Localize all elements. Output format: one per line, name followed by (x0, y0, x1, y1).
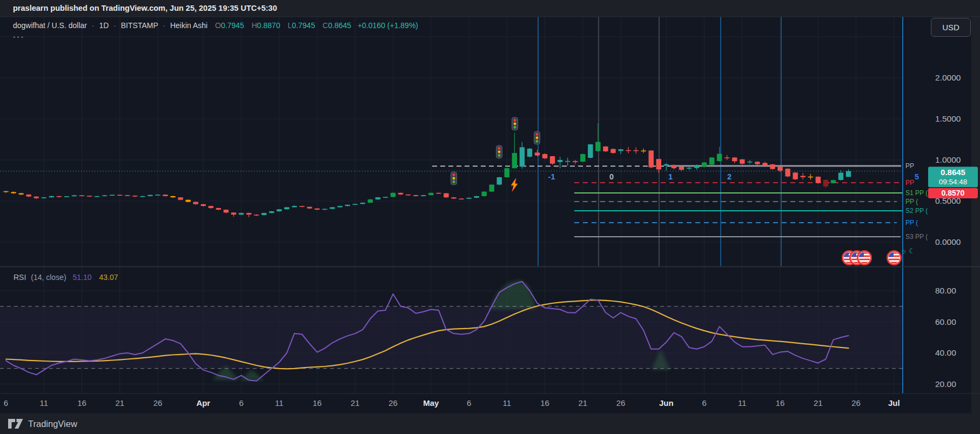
candle-body (117, 195, 122, 196)
tradingview-logo-icon (8, 417, 24, 430)
candle-body (398, 193, 403, 195)
candle-body (231, 212, 236, 215)
candle-body (801, 176, 806, 177)
candle-body (421, 195, 426, 196)
candle-body (793, 172, 798, 179)
candle-body (345, 205, 350, 206)
open-value: 0.7945 (221, 21, 244, 30)
candle-body (505, 168, 509, 177)
candle-body (42, 197, 46, 198)
candle-body (360, 203, 365, 204)
candle-body (527, 149, 532, 157)
us-flag-icon[interactable] (888, 251, 901, 265)
candle-body (436, 193, 441, 194)
traffic-light-icon[interactable] (451, 172, 457, 185)
candle-body (72, 195, 77, 196)
candle-body (573, 161, 578, 162)
footer-bar: TradingView (0, 413, 980, 434)
candle-body (391, 193, 395, 197)
candle-body (26, 195, 31, 197)
candle-body (353, 204, 358, 205)
candle-body (375, 197, 380, 199)
candle-body (777, 166, 782, 170)
candle-body (79, 195, 84, 196)
section-marker-label: 1 (668, 172, 673, 181)
candle-body (125, 195, 130, 196)
candle-body (57, 196, 62, 197)
section-marker-label: -1 (548, 172, 555, 181)
change-value: +0.0160 (+1.89%) (358, 21, 418, 30)
candle-body (444, 193, 448, 198)
candle-body (626, 150, 630, 151)
candle-body (140, 196, 145, 197)
candle-body (846, 171, 851, 177)
candle-body (239, 213, 244, 215)
candle-body (717, 154, 722, 161)
candle-body (497, 177, 502, 185)
candle-body (641, 151, 646, 152)
candle-body (649, 151, 654, 168)
time-scale-drag-area[interactable] (0, 393, 903, 413)
traffic-light-icon[interactable] (534, 131, 540, 144)
candle-body (322, 209, 327, 210)
price-scale-drag-area[interactable] (903, 17, 971, 393)
rsi-name[interactable]: RSI (14, 273, 26, 282)
close-value: 0.8645 (328, 21, 351, 30)
open-label: O (215, 21, 221, 30)
candle-body (520, 147, 525, 166)
section-marker-label: 2 (727, 172, 731, 181)
candle-body (474, 196, 479, 198)
candle-body (3, 191, 8, 192)
candle-body (656, 159, 661, 169)
candle-body (201, 204, 206, 206)
candle-body (694, 166, 699, 168)
candle-body (299, 206, 304, 207)
chart-canvas[interactable]: -10125☼☾2.00001.50001.00000.50000.000080… (0, 0, 980, 434)
traffic-light-icon[interactable] (496, 145, 502, 158)
candle-body (785, 169, 790, 176)
symbol-header: dogwifhat / U.S. dollar · 1D · BITSTAMP … (13, 21, 418, 30)
candle-body (672, 165, 676, 168)
candle-body (595, 142, 600, 151)
tradingview-brand-text: TradingView (28, 419, 77, 429)
candle-body (740, 159, 744, 164)
candle-body (831, 180, 836, 183)
candle-body (330, 207, 334, 209)
rsi-params: (14, close) (31, 273, 66, 282)
candle-body (246, 213, 251, 215)
candle-body (284, 207, 289, 209)
candle-body (269, 211, 274, 213)
tradingview-logo[interactable]: TradingView (8, 417, 77, 430)
candle-body (823, 180, 828, 186)
right-margin (971, 17, 980, 413)
traffic-light-icon[interactable] (512, 117, 518, 130)
candle-body (747, 162, 752, 163)
candle-body (603, 146, 608, 151)
candle-body (383, 197, 388, 198)
candle-body (18, 193, 23, 195)
more-menu-dots[interactable]: ··· (13, 32, 25, 42)
candle-body (732, 157, 737, 161)
candle-body (610, 149, 615, 153)
candle-body (132, 196, 137, 197)
timeframe-label[interactable]: 1D (99, 21, 109, 30)
candle-body (209, 206, 213, 208)
candle-body (451, 197, 456, 198)
candle-body (459, 198, 464, 199)
candle-body (186, 200, 191, 202)
candle-body (770, 164, 775, 169)
candle-body (261, 213, 266, 215)
symbol-name[interactable]: dogwifhat / U.S. dollar (13, 21, 87, 30)
rsi-value: 51.10 (72, 273, 91, 282)
candle-body (542, 154, 547, 158)
candle-body (481, 192, 486, 196)
rsi-indicator-title: RSI (14, close) 51.10 43.07 (14, 273, 118, 282)
candle-body (147, 195, 152, 196)
tradingview-published-chart: praslearn published on TradingView.com, … (0, 0, 980, 434)
candle-body (95, 196, 99, 197)
candle-body (34, 197, 39, 198)
candle-body (338, 206, 343, 207)
us-flag-icon[interactable] (858, 251, 871, 265)
low-value: 0.7945 (292, 21, 315, 30)
candle-body (193, 202, 198, 204)
